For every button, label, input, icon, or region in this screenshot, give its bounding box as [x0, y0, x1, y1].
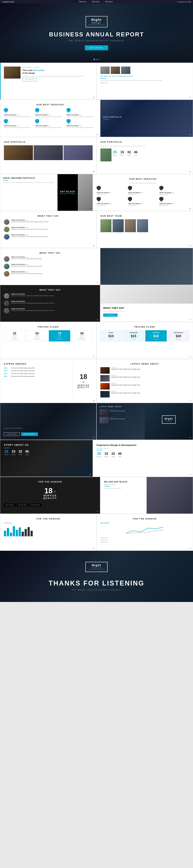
services-grid-2: TEMPLATE DESIGN —— Facing the horses TEM… [97, 186, 189, 206]
divider-antblack [104, 486, 109, 487]
price-color-1: BASIC $10 5 Users [100, 330, 122, 341]
ant-black-button-1[interactable]: ANT BLACK [22, 78, 37, 81]
bar-3 [10, 533, 12, 536]
awards-list: 2023 1st Place for the Best Design Group… [4, 367, 70, 377]
shield-icon-3 [67, 108, 71, 113]
hero-section: Night Design Ant Black Studio BUSINESS A… [0, 3, 193, 63]
news-img-1 [100, 367, 109, 374]
slide-honour-dark: FOR THE HONOUR 18 + SERVICE QUALITY ANT … [0, 477, 100, 514]
best-team-title: OUR BEST TEAM [100, 215, 189, 217]
quality-text2: QUALITY [74, 386, 93, 389]
portfolio-img-1 [4, 145, 33, 160]
shield-dark-6 [159, 197, 163, 202]
page-num-22: 22 [97, 511, 98, 512]
slide-great-portfolio: GREAT AWESOME PORTFOLIO Facing the horse… [0, 174, 93, 211]
page-num-11: 11 [97, 282, 98, 283]
nav-link-1[interactable]: Title here [79, 1, 86, 3]
page-num-5: 05 [93, 171, 94, 172]
nav-link-3[interactable]: Title here [105, 1, 112, 3]
footer-subtitle: Ant Black representation template [4, 589, 189, 591]
dot-2[interactable] [96, 59, 97, 60]
slide-best-team: OUR BEST TEAM 10 [96, 211, 193, 248]
portfolio-portrait-img [78, 174, 93, 211]
section-label-1: OUR BEST TEAM [22, 67, 93, 68]
row-11: STORY ABOUT US 25 Projects 15 Awards 32 … [0, 440, 193, 477]
slide-portfolio-stats: OUR PORTFOLIO Facing the horses, they ar… [96, 137, 193, 174]
story-stat-1: 25 Projects [4, 450, 8, 455]
row-6: WHAT THEY SAY TEMPLATE DESIGN —— Facing … [0, 248, 193, 285]
nav-link-2[interactable]: Title here [92, 1, 99, 3]
divider-story [4, 448, 9, 448]
bar-5 [16, 530, 18, 536]
bar-10 [31, 531, 33, 536]
top-bar: Ant Black Studio Title here Title here T… [0, 0, 193, 3]
portfolio-img-2 [34, 145, 63, 160]
price-color-4: ENTERPRISE $20 Unlimited [168, 330, 189, 341]
person-6: TEMPLATE DESIGN —— Facing the horses, th… [4, 271, 96, 277]
services-grid-1: TEMPLATE DESIGN —— Facing the horses, th… [4, 108, 96, 128]
shield-icon-6 [67, 119, 71, 124]
service-item-6: TEMPLATE DESIGN —— Facing the horses, th… [67, 119, 96, 128]
great-works-button[interactable]: Great Works [103, 314, 118, 317]
ant-black-right-title: WE ARE ANT BLACK [104, 481, 143, 483]
avatar-6 [4, 271, 9, 277]
story-title: STORY ABOUT US [4, 444, 89, 446]
dot-3[interactable] [98, 59, 99, 60]
portfolio-title-1: OUR PORTFOLIO [4, 141, 93, 143]
slide-portfolio-images: OUR PORTFOLIO 05 [0, 137, 96, 174]
quality-text1-dark: SERVICE [6, 494, 94, 497]
slide-pricing-2: PRICING PLANS BASIC $10 5 Users STANDARD… [96, 322, 193, 359]
service2-item-5: TEMPLATE DESIGN —— Facing the horses [128, 197, 158, 206]
shield-icon-2 [35, 108, 39, 113]
stat-projects: 25 Projects [112, 150, 117, 156]
page-num-21: 21 [190, 474, 191, 475]
shield-dark-1 [97, 186, 101, 191]
team-photo-4 [137, 219, 148, 232]
row-5: WHAT THEY SAY TEMPLATE DESIGN —— Facing … [0, 211, 193, 248]
dark-logo-box: Night Design [162, 415, 175, 424]
city-image: OUR PORTFOLIO [100, 100, 193, 137]
footer-logo-night: Night [88, 564, 105, 567]
stat-awards: 15 Awards [120, 150, 124, 156]
slide-image-1 [4, 67, 21, 79]
page-num-16: 16 [93, 400, 94, 401]
exp-stat-4: 46 Staff [118, 452, 122, 457]
hero-cta-button[interactable]: GET DETAIL [85, 45, 108, 50]
city-night-image [100, 248, 193, 285]
badge-line1: ANT BLACK [60, 190, 75, 193]
night-logo-dark: Night Design [162, 415, 175, 428]
get-connect-button[interactable]: GET CONNECT [21, 432, 38, 436]
ant-badge-3: ANT BLACK [30, 504, 41, 506]
brand-label: Ant Black Studio [2, 1, 14, 3]
awards-list-area: EXPEND AWARDS 2023 1st Place for the Bes… [4, 363, 70, 399]
quality-badge: 18 + SERVICE QUALITY [72, 363, 93, 399]
dark-news-img-2 [99, 417, 109, 423]
stat-clients: 32 Clients [127, 150, 131, 156]
page-num-2: 02 [190, 97, 191, 98]
designed-by: Designed By Night [177, 1, 191, 3]
slide-city-image [100, 248, 193, 285]
portfolio-title-2: OUR PORTFOLIO [100, 141, 189, 143]
honour-chart-high-quality: High quality [100, 522, 189, 524]
learn-more-button[interactable]: LEARN MORE [4, 432, 20, 436]
hero-title: BUSINESS ANNUAL REPORT [49, 31, 144, 38]
footer-hero-section: Night DESIGN ANT BLACK Studio THANKS FOR… [0, 551, 193, 602]
ant-black-right-img [147, 477, 193, 514]
footer-logo-studio: ANT BLACK Studio [88, 569, 105, 570]
award-4: 2020 1st Place for the Best Design Group… [4, 375, 70, 377]
price-color-2: STANDARD $15 10 Users [123, 330, 144, 341]
dark-avatar-3 [4, 308, 9, 314]
team-photos [100, 219, 189, 232]
page-num-8: 08 [190, 208, 191, 209]
shield-icon-1 [4, 108, 8, 113]
avatar-3 [4, 234, 9, 240]
shield-dark-2 [128, 186, 132, 191]
shield-icon-4 [4, 119, 8, 124]
dot-1[interactable] [94, 59, 95, 60]
price-card-2: 59 /month 10 Users 20 GB Space [26, 330, 48, 341]
quality-num-dark: 18 [44, 487, 53, 495]
service2-item-3: TEMPLATE DESIGN —— Facing the horses [159, 186, 189, 195]
portfolio-stats: 25 Projects 15 Awards 32 Clients 46 Staf… [112, 150, 189, 156]
team-photo-2 [112, 219, 124, 232]
dark-right-panel: Night Design [145, 403, 193, 440]
